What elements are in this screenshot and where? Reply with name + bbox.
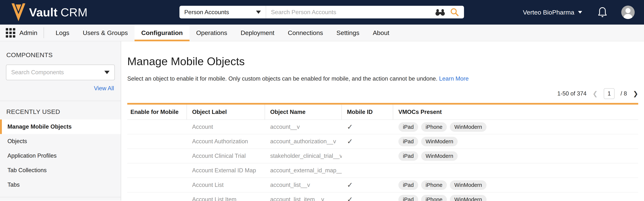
admin-apps-menu[interactable]: Admin xyxy=(6,24,37,41)
vmoc-badge-winmodern: WinModern xyxy=(450,122,486,132)
notifications-bell-icon[interactable] xyxy=(598,7,607,18)
vmoc-badge-winmodern: WinModern xyxy=(450,180,486,190)
table-row[interactable]: Account account__v ✓ iPadiPhoneWinModern xyxy=(127,120,638,134)
vmoc-badge-winmodern: WinModern xyxy=(450,195,486,201)
col-vmocs-present: VMOCs Present xyxy=(393,105,638,120)
mobile-id-cell: ✓ xyxy=(342,181,393,189)
object-label-cell: Account xyxy=(187,124,265,130)
global-search-bar: Person Accounts xyxy=(180,6,464,18)
object-label-cell: Account Clinical Trial xyxy=(187,153,265,159)
checkmark-icon: ✓ xyxy=(347,181,353,189)
page-title: Manage Mobile Objects xyxy=(127,55,638,68)
nav-tab-settings[interactable]: Settings xyxy=(330,24,366,41)
caret-down-icon[interactable] xyxy=(104,71,110,74)
nav-tab-configuration[interactable]: Configuration xyxy=(134,24,190,41)
chevron-next-icon[interactable]: ❯ xyxy=(633,90,638,97)
table-row[interactable]: Account List account_list__v ✓ iPadiPhon… xyxy=(127,178,638,193)
checkmark-icon: ✓ xyxy=(347,138,353,145)
nav-tab-label: Users & Groups xyxy=(83,29,128,36)
vmoc-badge-ipad: iPad xyxy=(398,180,418,190)
nav-tabs: LogsUsers & GroupsConfigurationOperation… xyxy=(49,24,396,41)
admin-label: Admin xyxy=(20,29,37,36)
nav-tab-deployment[interactable]: Deployment xyxy=(234,24,281,41)
sidebar-divider xyxy=(0,101,121,101)
sidebar-item-application-profiles[interactable]: Application Profiles xyxy=(0,149,121,163)
nav-tab-about[interactable]: About xyxy=(366,24,396,41)
nav-tab-label: Logs xyxy=(56,29,69,36)
object-name-cell: account_list__v xyxy=(265,182,342,188)
org-name: Verteo BioPharma xyxy=(523,9,574,16)
nav-divider xyxy=(44,27,44,38)
vmoc-badge-winmodern: WinModern xyxy=(421,151,458,161)
admin-nav-bar: Admin LogsUsers & GroupsConfigurationOpe… xyxy=(0,24,644,41)
sidebar-item-label: Tabs xyxy=(8,182,20,188)
nav-tab-operations[interactable]: Operations xyxy=(190,24,234,41)
page-description: Select an object to enable it for mobile… xyxy=(127,75,638,82)
nav-tab-connections[interactable]: Connections xyxy=(281,24,330,41)
recently-used-list: Manage Mobile ObjectsObjectsApplication … xyxy=(0,120,121,192)
table-row[interactable]: Account Authorization account_authorizat… xyxy=(127,134,638,149)
view-all-link[interactable]: View All xyxy=(0,85,114,92)
object-label-cell: Account Authorization xyxy=(187,138,265,145)
mobile-id-cell: ✓ xyxy=(342,137,393,146)
sidebar-item-tabs[interactable]: Tabs xyxy=(0,178,121,192)
nav-tab-users-groups[interactable]: Users & Groups xyxy=(76,24,134,41)
vmocs-cell: iPadiPhoneWinModern xyxy=(393,195,638,201)
vmocs-cell: iPadWinModern xyxy=(393,137,638,146)
sidebar-item-objects[interactable]: Objects xyxy=(0,134,121,149)
binoculars-icon[interactable] xyxy=(435,8,445,16)
components-search-input[interactable] xyxy=(6,65,104,80)
nav-tab-label: About xyxy=(373,29,389,36)
object-label-cell: Account List Item xyxy=(187,196,265,201)
table-row[interactable]: Account Clinical Trial stakeholder_clini… xyxy=(127,149,638,163)
mobile-id-cell: ✓ xyxy=(342,196,393,201)
sidebar-item-tab-collections[interactable]: Tab Collections xyxy=(0,163,121,178)
checkmark-icon: ✓ xyxy=(347,196,353,201)
components-heading: COMPONENTS xyxy=(6,51,121,59)
global-search-input[interactable] xyxy=(266,6,434,18)
org-selector[interactable]: Verteo BioPharma xyxy=(523,9,582,16)
search-icon[interactable] xyxy=(450,8,459,16)
col-enable-for-mobile: Enable for Mobile xyxy=(127,105,187,120)
object-name-cell: stakeholder_clinical_trial__v xyxy=(265,153,342,159)
object-name-cell: account_authorization__v xyxy=(265,138,342,145)
vmoc-badge-ipad: iPad xyxy=(398,122,418,132)
caret-down-icon xyxy=(256,10,261,14)
top-right-cluster: Verteo BioPharma xyxy=(523,5,635,19)
chevron-prev-icon[interactable]: ❮ xyxy=(592,90,598,97)
vault-v-icon xyxy=(12,3,25,21)
vmoc-badge-winmodern: WinModern xyxy=(421,137,458,146)
user-avatar[interactable] xyxy=(621,5,635,19)
vmoc-badge-iphone: iPhone xyxy=(421,195,447,201)
components-search-combo xyxy=(6,65,115,80)
logo-crm: CRM xyxy=(60,6,88,19)
pagination: 1-50 of 374 ❮ / 8 ❯ xyxy=(127,88,638,99)
vmoc-badge-iphone: iPhone xyxy=(421,180,447,190)
table-header-row: Enable for Mobile Object Label Object Na… xyxy=(127,105,638,120)
nav-tab-label: Operations xyxy=(196,29,227,36)
page-number-input[interactable] xyxy=(604,88,614,99)
sidebar-item-label: Application Profiles xyxy=(8,152,57,159)
learn-more-link[interactable]: Learn More xyxy=(439,75,469,82)
search-scope-selector[interactable]: Person Accounts xyxy=(180,6,266,18)
top-bar: VaultCRM Person Accounts xyxy=(0,0,644,24)
object-label-cell: Account External ID Map xyxy=(187,167,265,174)
vmocs-cell: iPadiPhoneWinModern xyxy=(393,180,638,190)
object-name-cell: account_list_item__v xyxy=(265,196,342,201)
vault-crm-logo: VaultCRM xyxy=(12,3,88,21)
vmocs-cell: iPadiPhoneWinModern xyxy=(393,122,638,132)
sidebar-item-label: Tab Collections xyxy=(8,167,46,174)
mobile-id-cell: ✓ xyxy=(342,123,393,131)
sidebar-item-manage-mobile-objects[interactable]: Manage Mobile Objects xyxy=(0,120,121,134)
table-row[interactable]: Account External ID Map account_external… xyxy=(127,163,638,178)
vmocs-cell: iPadWinModern xyxy=(393,151,638,161)
sidebar-divider xyxy=(0,197,121,197)
table-row[interactable]: Account List Item account_list_item__v ✓… xyxy=(127,193,638,201)
mobile-objects-table: Enable for Mobile Object Label Object Na… xyxy=(127,103,638,201)
components-sidebar: COMPONENTS View All RECENTLY USED Manage… xyxy=(0,41,121,201)
recently-used-heading: RECENTLY USED xyxy=(6,108,121,115)
nav-tab-logs[interactable]: Logs xyxy=(49,24,76,41)
vmoc-badge-ipad: iPad xyxy=(398,151,418,161)
main-content: Manage Mobile Objects Select an object t… xyxy=(121,41,644,201)
nav-tab-label: Deployment xyxy=(240,29,274,36)
